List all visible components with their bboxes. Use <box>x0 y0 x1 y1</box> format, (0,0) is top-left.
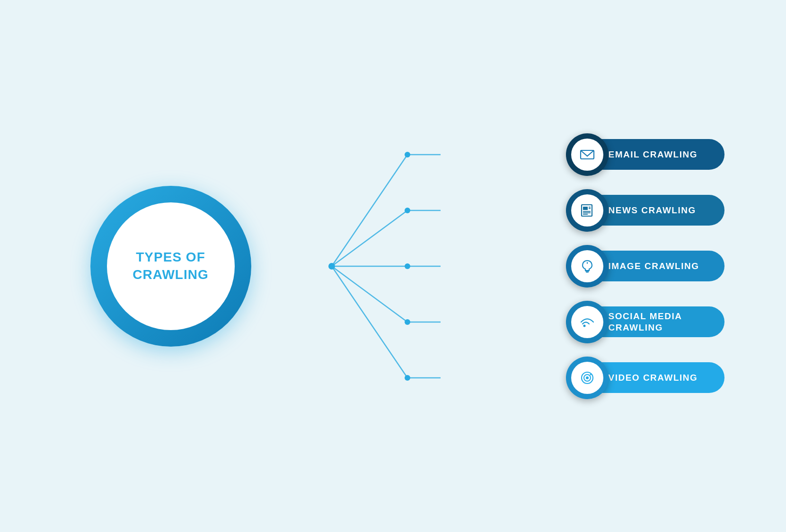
center-line2: CRAWLING <box>132 267 208 282</box>
email-label-text: EMAIL CRAWLING <box>609 149 698 160</box>
svg-point-26 <box>583 324 585 327</box>
center-circle: TYPES OF CRAWLING <box>90 186 251 347</box>
email-icon-inner <box>571 139 603 171</box>
svg-point-14 <box>328 263 335 270</box>
center-circle-inner: TYPES OF CRAWLING <box>107 202 235 330</box>
social-icon-inner <box>571 306 603 338</box>
svg-point-10 <box>405 319 410 325</box>
diagram-container: TYPES OF CRAWLING EMAIL CRAWLING <box>62 35 724 498</box>
svg-line-3 <box>332 210 407 266</box>
rss-icon <box>579 314 595 330</box>
svg-rect-17 <box>583 207 588 210</box>
svg-rect-23 <box>585 270 589 272</box>
email-crawling-item: EMAIL CRAWLING <box>566 133 724 176</box>
social-label-pill: SOCIAL MEDIA CRAWLING <box>601 306 724 337</box>
svg-line-11 <box>332 266 407 378</box>
items-column: EMAIL CRAWLING <box>566 133 724 399</box>
video-icon <box>579 370 595 386</box>
social-icon-outer <box>566 301 609 343</box>
svg-point-7 <box>405 263 410 269</box>
email-icon <box>579 147 595 163</box>
svg-point-13 <box>405 375 410 381</box>
image-icon-outer <box>566 245 609 288</box>
news-icon <box>579 202 595 218</box>
image-label-pill: IMAGE CRAWLING <box>601 251 724 281</box>
center-line1: TYPES OF <box>136 250 205 264</box>
image-icon-inner <box>571 250 603 282</box>
news-label-pill: NEWS CRAWLING <box>601 195 724 226</box>
svg-point-5 <box>405 208 410 213</box>
email-icon-outer <box>566 133 609 176</box>
lightbulb-icon <box>579 258 595 274</box>
svg-line-8 <box>332 266 407 322</box>
svg-line-0 <box>332 155 407 266</box>
social-label-text: SOCIAL MEDIA CRAWLING <box>609 311 682 333</box>
email-label-pill: EMAIL CRAWLING <box>601 139 724 170</box>
svg-rect-24 <box>586 271 589 272</box>
news-label-text: NEWS CRAWLING <box>609 205 696 216</box>
svg-point-29 <box>586 376 589 379</box>
svg-point-30 <box>590 374 591 375</box>
svg-point-2 <box>405 152 410 157</box>
video-crawling-item: VIDEO CRAWLING <box>566 357 724 399</box>
video-label-pill: VIDEO CRAWLING <box>601 362 724 393</box>
news-icon-inner <box>571 194 603 227</box>
news-icon-outer <box>566 189 609 232</box>
image-label-text: IMAGE CRAWLING <box>609 261 699 272</box>
video-label-text: VIDEO CRAWLING <box>609 372 698 384</box>
news-crawling-item: NEWS CRAWLING <box>566 189 724 232</box>
center-title: TYPES OF CRAWLING <box>132 249 208 283</box>
image-crawling-item: IMAGE CRAWLING <box>566 245 724 288</box>
social-crawling-item: SOCIAL MEDIA CRAWLING <box>566 301 724 343</box>
video-icon-outer <box>566 357 609 399</box>
video-icon-inner <box>571 362 603 394</box>
